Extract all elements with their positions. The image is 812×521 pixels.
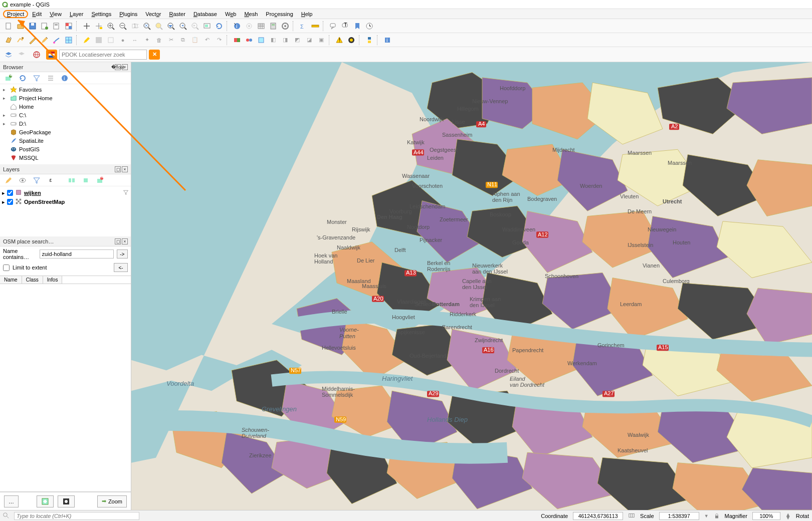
copy-icon[interactable]: ⧉ [177, 35, 188, 46]
browser-item[interactable]: ▸D:\ [2, 119, 129, 128]
edit-feature-icon[interactable] [27, 35, 38, 46]
browser-item[interactable]: ▸Project Home [2, 94, 129, 102]
menu-view[interactable]: View [46, 10, 66, 18]
move-feature-icon[interactable]: ↔ [129, 35, 140, 46]
plugin-8-icon[interactable]: ▣ [316, 35, 327, 46]
close-osm-icon[interactable]: × [122, 238, 128, 244]
osm-column-header[interactable]: Name [0, 276, 22, 284]
maptip-icon[interactable] [328, 21, 339, 32]
zoom-layer-icon[interactable] [165, 21, 176, 32]
delete-selected-icon[interactable]: 🗑 [153, 35, 164, 46]
identify-icon[interactable]: i [232, 21, 243, 32]
zoom-next-icon[interactable] [189, 21, 200, 32]
undock-layers-icon[interactable]: ◻ [115, 166, 121, 172]
lock-icon[interactable] [714, 513, 720, 519]
globe-icon[interactable] [31, 49, 42, 60]
menu-plugins[interactable]: Plugins [115, 10, 141, 18]
edit-topology-icon[interactable] [63, 35, 74, 46]
expander-icon[interactable]: ▸ [3, 113, 8, 118]
plugin-6-icon[interactable]: ◩ [292, 35, 303, 46]
layout-manager-icon[interactable] [51, 21, 62, 32]
refresh-browser-icon[interactable] [17, 73, 28, 84]
layer-visibility-icon[interactable] [17, 175, 28, 186]
zoom-full-icon[interactable] [141, 21, 152, 32]
zoom-in-icon[interactable] [105, 21, 116, 32]
edit-pencil-icon[interactable] [39, 35, 50, 46]
zoom-last-icon[interactable] [177, 21, 188, 32]
measure-icon[interactable] [310, 21, 321, 32]
layer-expand-icon[interactable] [66, 175, 77, 186]
osm-column-header[interactable]: Infos [43, 276, 63, 284]
filter-browser-icon[interactable] [31, 73, 42, 84]
plugin-2-icon[interactable] [244, 35, 255, 46]
bookmark-icon[interactable] [352, 21, 363, 32]
pdok-search-input[interactable] [59, 50, 147, 60]
zoom-selection-icon[interactable] [153, 21, 164, 32]
layers-group2-icon[interactable] [16, 49, 27, 60]
coord-value-input[interactable] [573, 512, 623, 520]
close-layers-icon[interactable]: × [122, 166, 128, 172]
new-print-layout-icon[interactable] [39, 21, 50, 32]
browser-item[interactable]: ▸C:\ [2, 111, 129, 119]
extents-icon[interactable] [628, 512, 635, 520]
locator-input[interactable] [14, 512, 139, 520]
menu-vector[interactable]: Vector [141, 10, 165, 18]
open-project-icon[interactable] [15, 21, 26, 32]
menu-project[interactable]: Project [3, 10, 28, 18]
layer-remove-icon[interactable]: − [94, 175, 105, 186]
plugin-7-icon[interactable]: ◪ [304, 35, 315, 46]
zoom-native-icon[interactable]: 1:1 [129, 21, 140, 32]
undock-osm-icon[interactable]: ◻ [115, 238, 121, 244]
menu-edit[interactable]: Edit [28, 10, 46, 18]
menu-web[interactable]: Web [221, 10, 240, 18]
layer-filter-icon[interactable] [31, 175, 42, 186]
expander-icon[interactable]: ▸ [2, 199, 5, 205]
osm-limit-checkbox[interactable] [3, 265, 10, 271]
stats-icon[interactable]: Σ [298, 21, 309, 32]
osm-panel-title[interactable]: OSM place search… ◻× [0, 236, 131, 246]
osm-zoom-button[interactable]: ➡Zoom [97, 495, 127, 507]
osm-back-button[interactable]: <- [114, 263, 128, 272]
info-panel-icon[interactable]: i [382, 35, 393, 46]
toolbox-icon[interactable] [280, 21, 291, 32]
plugin-1-icon[interactable] [232, 35, 243, 46]
pan-icon[interactable] [81, 21, 92, 32]
osm-column-header[interactable]: Class [22, 276, 43, 284]
osm-add-button[interactable] [58, 495, 75, 507]
browser-item[interactable]: MSSQL [2, 153, 129, 162]
temporal-icon[interactable] [364, 21, 375, 32]
text-annotation-icon[interactable]: T [340, 21, 351, 32]
logo-icon[interactable] [346, 35, 357, 46]
browser-item[interactable]: ▸Favorites [2, 85, 129, 94]
expander-icon[interactable]: ▸ [3, 121, 8, 126]
menu-layer[interactable]: Layer [66, 10, 88, 18]
layer-expr-icon[interactable]: ε [45, 175, 56, 186]
pan-to-selection-icon[interactable] [93, 21, 104, 32]
layers-group-icon[interactable] [3, 49, 14, 60]
browser-item[interactable]: SpatiaLite [2, 136, 129, 145]
plugin-3-icon[interactable] [256, 35, 267, 46]
layer-item[interactable]: ▸OpenStreetMap [2, 197, 129, 206]
browser-tree[interactable]: ▸Favorites▸Project HomeHome▸C:\▸D:\GeoPa… [0, 84, 131, 164]
node-tool-icon[interactable]: ✦ [141, 35, 152, 46]
edit-brush-icon[interactable] [51, 35, 62, 46]
paste-icon[interactable]: 📋 [189, 35, 200, 46]
expander-icon[interactable]: ▸ [3, 96, 8, 101]
menu-raster[interactable]: Raster [165, 10, 189, 18]
layers-tree[interactable]: ▸wijken▸OpenStreetMap [0, 186, 131, 236]
close-panel-icon[interactable]: × [122, 64, 128, 70]
osm-go-button[interactable]: -> [117, 249, 128, 258]
scale-value-input[interactable] [659, 512, 699, 520]
redo-icon[interactable]: ↷ [214, 35, 225, 46]
save-project-icon[interactable] [27, 21, 38, 32]
action-icon[interactable] [244, 21, 255, 32]
layer-style-icon[interactable] [3, 175, 14, 186]
style-manager-icon[interactable] [63, 21, 74, 32]
edit-polygon-icon[interactable] [3, 35, 14, 46]
menu-mesh[interactable]: Mesh [240, 10, 262, 18]
osm-query-input[interactable] [40, 249, 114, 258]
digitize-icon[interactable]: ● [117, 35, 128, 46]
warning-icon[interactable]: ! [334, 35, 345, 46]
cut-icon[interactable]: ✂ [165, 35, 176, 46]
new-map-view-icon[interactable] [201, 21, 213, 32]
